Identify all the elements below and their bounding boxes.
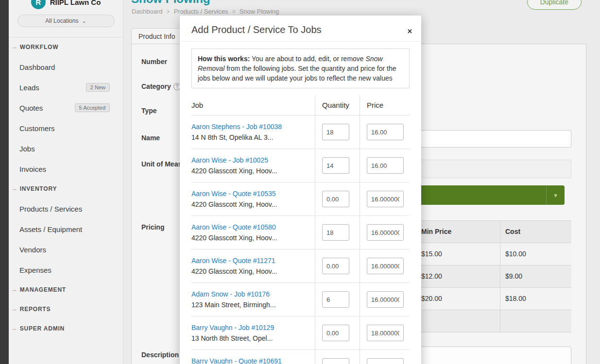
price-input[interactable] — [367, 157, 404, 174]
jobs-table: Job Quantity Price Aaron Stephens - Job … — [191, 95, 410, 364]
sidebar-item-label: Customers — [19, 124, 55, 132]
job-link[interactable]: Aaron Wise - Quote #11271 — [191, 255, 310, 266]
section-label: SUPER ADMIN — [20, 325, 65, 332]
price-input[interactable] — [367, 124, 404, 140]
company-logo-icon: R — [31, 0, 46, 9]
modal-header: Add Product / Service To Jobs ✕ — [180, 16, 421, 42]
cost-value: $10.00 — [500, 243, 571, 265]
page-title: Snow Plowing — [131, 0, 210, 6]
sidebar-item-label: Assets / Equipment — [19, 225, 82, 233]
sidebar-item-quotes[interactable]: Quotes 5 Accepted — [9, 98, 123, 118]
add-product-service-modal: Add Product / Service To Jobs ✕ How this… — [180, 16, 421, 364]
duplicate-button[interactable]: Duplicate — [527, 0, 582, 10]
sidebar-item-products-services[interactable]: Products / Services — [9, 199, 123, 219]
price-input[interactable] — [367, 358, 404, 364]
job-address: 4220 Glasscott Xing, Hoov... — [191, 266, 310, 277]
quotes-badge: 5 Accepted — [75, 103, 110, 112]
job-row: Aaron Wise - Job #10025 4220 Glasscott X… — [191, 149, 410, 182]
cost-value: $18.00 — [500, 288, 571, 310]
number-label: Number — [141, 58, 167, 66]
price-input[interactable] — [367, 224, 404, 241]
sidebar-item-invoices[interactable]: Invoices — [9, 159, 123, 179]
sidebar-accent-strip — [0, 0, 9, 364]
job-link[interactable]: Aaron Wise - Quote #10535 — [191, 188, 310, 199]
note-body-2: from the following jobs. Set the quantit… — [198, 65, 396, 82]
breadcrumb-dashboard[interactable]: Dashboard — [132, 8, 163, 15]
job-address: 4220 Glasscott Xing, Hoov... — [191, 232, 310, 243]
section-header-reports[interactable]: -- REPORTS — [9, 299, 123, 319]
note-body-1: You are about to add, edit, or remove — [250, 55, 365, 63]
location-selector[interactable]: All Locations ⌄ — [17, 15, 115, 27]
sidebar-item-label: Quotes — [19, 104, 43, 112]
price-input[interactable] — [367, 325, 404, 341]
quantity-input[interactable] — [322, 258, 349, 274]
chevron-down-icon: ⌄ — [82, 18, 86, 24]
section-dash-icon: -- — [13, 186, 17, 192]
price-input[interactable] — [367, 258, 404, 274]
quantity-column-header: Quantity — [315, 95, 360, 115]
jobs-table-header: Job Quantity Price — [191, 95, 410, 116]
modal-title: Add Product / Service To Jobs — [191, 24, 410, 35]
job-link[interactable]: Adam Snow - Job #10176 — [191, 289, 310, 299]
sidebar: R RIIPL Lawn Co All Locations ⌄ -- WORKF… — [0, 0, 123, 364]
job-row: Aaron Wise - Quote #11271 4220 Glasscott… — [191, 249, 410, 283]
sidebar-item-label: Products / Services — [19, 205, 82, 213]
section-dash-icon: -- — [13, 326, 17, 331]
how-this-works-note: How this works: You are about to add, ed… — [191, 49, 410, 88]
sidebar-item-label: Jobs — [19, 145, 35, 153]
breadcrumb-separator: > — [167, 8, 170, 15]
job-link[interactable]: Aaron Wise - Job #10025 — [191, 155, 310, 165]
job-row: Barry Vaughn - Job #10129 13 North 8th S… — [191, 316, 410, 350]
chevron-down-icon: ▾ — [546, 185, 565, 205]
price-column-header: Price — [360, 95, 410, 115]
description-label: Description — [141, 351, 179, 359]
modal-body: How this works: You are about to add, ed… — [180, 42, 421, 364]
quantity-input[interactable] — [322, 358, 349, 364]
company-name: RIIPL Lawn Co — [50, 0, 101, 6]
job-link[interactable]: Barry Vaughn - Job #10129 — [191, 322, 310, 333]
section-header-workflow[interactable]: -- WORKFLOW — [9, 37, 123, 57]
quantity-input[interactable] — [322, 157, 349, 174]
sidebar-item-vendors[interactable]: Vendors — [9, 239, 123, 260]
quantity-input[interactable] — [322, 291, 349, 308]
close-icon[interactable]: ✕ — [407, 28, 412, 34]
price-input[interactable] — [367, 191, 404, 207]
section-dash-icon: -- — [13, 287, 17, 293]
sidebar-item-label: Dashboard — [19, 63, 55, 71]
job-link[interactable]: Aaron Stephens - Job #10038 — [191, 121, 310, 132]
quantity-input[interactable] — [322, 325, 349, 341]
type-label: Type — [141, 107, 157, 115]
sidebar-item-label: Leads — [19, 83, 39, 92]
cost-value: $9.00 — [500, 265, 571, 287]
section-dash-icon: -- — [13, 45, 17, 50]
job-link[interactable]: Aaron Wise - Quote #10580 — [191, 222, 310, 232]
section-header-inventory[interactable]: -- INVENTORY — [9, 179, 123, 199]
job-address: 4220 Glasscott Xing, Hoov... — [191, 165, 310, 176]
sidebar-item-leads[interactable]: Leads 2 New — [9, 77, 123, 98]
sidebar-item-dashboard[interactable]: Dashboard — [9, 57, 123, 77]
job-address: 123 Main Street, Birmingh... — [191, 299, 310, 310]
section-header-management[interactable]: -- MANAGEMENT — [9, 280, 123, 299]
sidebar-item-label: Invoices — [19, 165, 46, 173]
sidebar-item-jobs[interactable]: Jobs — [9, 138, 123, 159]
section-label: MANAGEMENT — [20, 286, 66, 293]
sidebar-item-assets-equipment[interactable]: Assets / Equipment — [9, 219, 123, 239]
section-label: REPORTS — [20, 306, 51, 313]
job-row: Aaron Stephens - Job #10038 14 N 8th St,… — [191, 116, 410, 149]
quantity-input[interactable] — [322, 124, 349, 140]
sidebar-item-expenses[interactable]: Expenses — [9, 260, 123, 280]
quantity-input[interactable] — [322, 191, 349, 207]
job-link[interactable]: Barry Vaughn - Quote #10691 — [191, 356, 310, 364]
cost-value — [500, 310, 571, 332]
section-label: INVENTORY — [20, 185, 57, 192]
breadcrumb: Dashboard > Products / Services > Snow P… — [132, 8, 279, 15]
tab-product-info[interactable]: Product Info — [131, 28, 186, 44]
name-label: Name — [141, 134, 160, 142]
section-header-super-admin[interactable]: -- SUPER ADMIN — [9, 319, 123, 338]
price-input[interactable] — [367, 291, 404, 308]
job-address: 4220 Glasscott Xing, Hoov... — [191, 199, 310, 210]
breadcrumb-products-services[interactable]: Products / Services — [174, 8, 228, 15]
job-row: Barry Vaughn - Quote #10691 13 North 8th… — [191, 350, 410, 364]
sidebar-item-customers[interactable]: Customers — [9, 118, 123, 138]
quantity-input[interactable] — [322, 224, 349, 241]
